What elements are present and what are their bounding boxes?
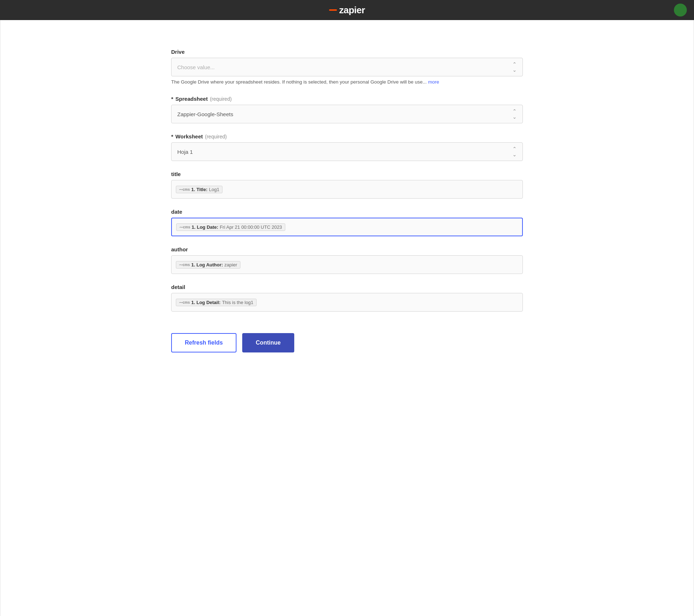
- drive-label: Drive: [171, 49, 523, 55]
- detail-chip-label: 1. Log Detail:: [191, 300, 221, 305]
- detail-cms-icon: ⁓cms: [179, 300, 190, 304]
- title-section: title ⁓cms 1. Title: Log1: [171, 171, 523, 199]
- refresh-fields-button[interactable]: Refresh fields: [171, 333, 236, 352]
- drive-placeholder: Choose value...: [177, 64, 215, 70]
- worksheet-required: (required): [205, 134, 227, 139]
- title-chip-value: Log1: [209, 187, 219, 192]
- date-chip: ⁓cms 1. Log Date: Fri Apr 21 00:00:00 UT…: [176, 223, 285, 231]
- title-cms-icon: ⁓cms: [179, 188, 190, 191]
- date-cms-icon: ⁓cms: [179, 225, 190, 229]
- spreadsheet-select[interactable]: Zappier-Google-Sheets ⌃⌄: [171, 105, 523, 123]
- detail-label: detail: [171, 284, 523, 290]
- spreadsheet-section: * Spreadsheet (required) Zappier-Google-…: [171, 96, 523, 123]
- worksheet-asterisk: *: [171, 133, 173, 139]
- spreadsheet-asterisk: *: [171, 96, 173, 102]
- drive-help-text: The Google Drive where your spreadsheet …: [171, 79, 523, 86]
- content-card: Drive Choose value... ⌃⌄ The Google Driv…: [0, 20, 694, 616]
- drive-section: Drive Choose value... ⌃⌄ The Google Driv…: [171, 49, 523, 86]
- detail-section: detail ⁓cms 1. Log Detail: This is the l…: [171, 284, 523, 312]
- title-label: title: [171, 171, 523, 177]
- continue-button[interactable]: Continue: [242, 333, 294, 352]
- logo: zapier: [329, 5, 365, 16]
- chevron-updown-icon: ⌃⌄: [512, 61, 517, 73]
- worksheet-value: Hoja 1: [177, 149, 193, 155]
- spreadsheet-value: Zappier-Google-Sheets: [177, 111, 233, 117]
- worksheet-section: * Worksheet (required) Hoja 1 ⌃⌄: [171, 133, 523, 161]
- spreadsheet-required: (required): [210, 96, 232, 102]
- date-section: date ⁓cms 1. Log Date: Fri Apr 21 00:00:…: [171, 209, 523, 236]
- navbar: zapier: [0, 0, 694, 20]
- author-chip-label: 1. Log Author:: [191, 262, 223, 267]
- main-container: Drive Choose value... ⌃⌄ The Google Driv…: [150, 34, 544, 367]
- avatar[interactable]: [674, 4, 687, 16]
- detail-chip: ⁓cms 1. Log Detail: This is the log1: [176, 299, 257, 306]
- more-link[interactable]: more: [428, 79, 439, 85]
- date-label: date: [171, 209, 523, 215]
- worksheet-chevron-icon: ⌃⌄: [512, 146, 517, 157]
- logo-text: zapier: [339, 5, 365, 16]
- logo-dash: [329, 9, 337, 11]
- author-chip: ⁓cms 1. Log Author: zapier: [176, 261, 240, 269]
- spreadsheet-label: * Spreadsheet (required): [171, 96, 523, 102]
- detail-input[interactable]: ⁓cms 1. Log Detail: This is the log1: [171, 293, 523, 312]
- date-chip-label: 1. Log Date:: [192, 224, 218, 230]
- drive-select[interactable]: Choose value... ⌃⌄: [171, 58, 523, 76]
- author-cms-icon: ⁓cms: [179, 263, 190, 267]
- date-input[interactable]: ⁓cms 1. Log Date: Fri Apr 21 00:00:00 UT…: [171, 218, 523, 236]
- title-input[interactable]: ⁓cms 1. Title: Log1: [171, 180, 523, 199]
- author-label: author: [171, 246, 523, 252]
- bottom-actions: Refresh fields Continue: [171, 326, 523, 352]
- date-chip-value: Fri Apr 21 00:00:00 UTC 2023: [220, 224, 282, 230]
- worksheet-label: * Worksheet (required): [171, 133, 523, 139]
- author-section: author ⁓cms 1. Log Author: zapier: [171, 246, 523, 274]
- author-input[interactable]: ⁓cms 1. Log Author: zapier: [171, 255, 523, 274]
- author-chip-value: zapier: [224, 262, 237, 267]
- detail-chip-value: This is the log1: [222, 300, 253, 305]
- title-chip-label: 1. Title:: [191, 187, 207, 192]
- title-chip: ⁓cms 1. Title: Log1: [176, 186, 222, 193]
- spreadsheet-chevron-icon: ⌃⌄: [512, 108, 517, 120]
- worksheet-select[interactable]: Hoja 1 ⌃⌄: [171, 142, 523, 161]
